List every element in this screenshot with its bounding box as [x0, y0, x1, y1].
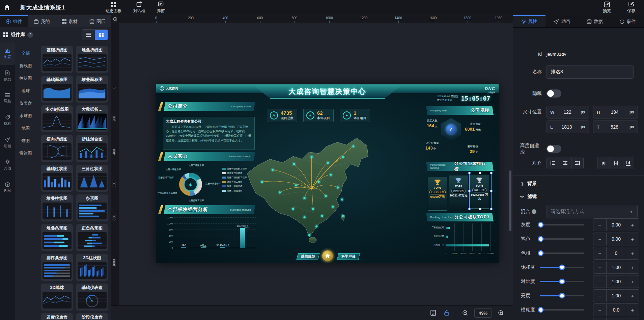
stepper-value[interactable]: 1.00: [606, 290, 626, 302]
slider-track[interactable]: [540, 267, 584, 268]
stepper-value[interactable]: 0.00: [606, 233, 626, 245]
inspector-tab[interactable]: 数据: [579, 15, 611, 27]
component-card[interactable]: 基础仪表盘: [76, 284, 108, 311]
stepper-value[interactable]: 0: [606, 247, 626, 259]
slider-thumb[interactable]: [538, 307, 543, 313]
selection-handle[interactable]: [468, 172, 471, 174]
category-rail-item[interactable]: 图表: [0, 43, 15, 65]
subcategory-item[interactable]: 仪表盘: [15, 97, 36, 110]
selection-handle[interactable]: [490, 190, 493, 192]
subcategory-item[interactable]: 地球: [15, 85, 36, 97]
topbar-tool-button[interactable]: 弹窗: [157, 1, 165, 14]
selection-handle[interactable]: [490, 172, 493, 174]
selection-handle[interactable]: [468, 190, 471, 192]
subcategory-item[interactable]: 饼图: [15, 135, 36, 147]
increment-button[interactable]: +: [626, 318, 639, 320]
left-panel-tab[interactable]: 素材: [56, 15, 84, 27]
zoom-in-icon[interactable]: [497, 309, 505, 317]
zoom-level[interactable]: 49%: [474, 308, 492, 318]
top-ranking-card[interactable]: TOP1 广东省分公司 94000万元: [428, 177, 447, 211]
subcategory-item[interactable]: 柱状图: [15, 72, 36, 85]
increment-button[interactable]: +: [626, 261, 639, 273]
topbar-tool-button[interactable]: 对话框: [133, 1, 145, 14]
component-card[interactable]: 正负条形图: [76, 224, 108, 251]
top-ranking-card[interactable]: TOP2 贵州分公司 10321.47万元: [449, 176, 468, 209]
increment-button[interactable]: +: [626, 304, 639, 316]
component-card[interactable]: 条形图: [76, 194, 108, 221]
slider-track[interactable]: [540, 224, 584, 225]
component-card[interactable]: 基础折线图: [41, 46, 73, 73]
component-card[interactable]: 大数据折…: [76, 105, 108, 132]
decrement-button[interactable]: −: [593, 318, 606, 320]
inspector-tab[interactable]: 动画: [545, 15, 578, 27]
home-button[interactable]: [0, 0, 14, 15]
grid-view-button[interactable]: [95, 30, 108, 40]
component-card[interactable]: 阶段仪表盘: [76, 313, 108, 320]
category-rail-item[interactable]: 导航: [0, 87, 15, 109]
topbar-action-button[interactable]: 预览: [603, 1, 611, 14]
unlock-icon[interactable]: [442, 309, 451, 317]
ruler-origin-icon[interactable]: [111, 15, 119, 23]
decrement-button[interactable]: −: [593, 275, 606, 288]
canvas-scrollbar[interactable]: [509, 170, 511, 231]
blend-mode-select[interactable]: 请选择混合方式 ▼: [547, 205, 638, 218]
category-rail-item[interactable]: 信息: [0, 65, 15, 87]
component-card[interactable]: 堆叠面积图: [76, 76, 108, 103]
align-middle-v-button[interactable]: [610, 157, 622, 169]
align-right-button[interactable]: [571, 157, 583, 169]
increment-button[interactable]: +: [626, 275, 639, 288]
decrement-button[interactable]: −: [593, 261, 606, 273]
left-panel-tab[interactable]: 组件: [0, 15, 28, 27]
decrement-button[interactable]: −: [593, 290, 606, 302]
topbar-tool-button[interactable]: 动态面板: [105, 1, 121, 14]
inspector-tab[interactable]: 属性: [513, 15, 545, 27]
subcategory-item[interactable]: 地图: [15, 122, 36, 135]
blend-info-icon[interactable]: !: [532, 209, 536, 214]
slider-thumb[interactable]: [559, 293, 565, 299]
background-section-header[interactable]: ❯背景: [521, 181, 537, 187]
category-rail-item[interactable]: 其他: [0, 154, 15, 176]
selection-box[interactable]: [469, 173, 492, 209]
selection-handle[interactable]: [490, 208, 493, 210]
component-card[interactable]: 堆叠条形图: [41, 224, 73, 251]
left-panel-tab[interactable]: 我的: [28, 15, 56, 27]
component-card[interactable]: 3D地球: [41, 284, 73, 311]
topbar-action-button[interactable]: 保存: [627, 1, 635, 14]
left-input[interactable]: L1813px: [547, 121, 589, 133]
slider-thumb[interactable]: [559, 265, 565, 270]
component-card[interactable]: 进度仪表盘: [41, 313, 73, 320]
canvas[interactable]: 0200400600800100012001400160018001980 02…: [111, 15, 513, 320]
stepper-value[interactable]: 1.00: [606, 318, 626, 320]
stepper-value[interactable]: 1.00: [606, 275, 626, 288]
slider-thumb[interactable]: [559, 279, 565, 285]
height-input[interactable]: H194px: [593, 106, 638, 118]
component-card[interactable]: 堆叠柱状图: [41, 194, 73, 221]
increment-button[interactable]: +: [626, 233, 639, 245]
increment-button[interactable]: +: [626, 247, 639, 259]
slider-track[interactable]: [540, 309, 584, 311]
slider-track[interactable]: [540, 295, 584, 296]
decrement-button[interactable]: −: [593, 219, 606, 231]
component-card[interactable]: 多x轴折线图: [41, 105, 73, 132]
align-bottom-button[interactable]: [622, 157, 634, 169]
decrement-button[interactable]: −: [593, 247, 606, 259]
selection-handle[interactable]: [479, 208, 481, 210]
stepper-value[interactable]: 1.00: [606, 261, 626, 273]
component-card[interactable]: 排序条形图: [41, 254, 73, 281]
filter-section-header[interactable]: ❯滤镜: [521, 193, 537, 199]
align-top-button[interactable]: [597, 157, 610, 169]
slider-thumb[interactable]: [538, 236, 543, 242]
list-view-button[interactable]: [82, 30, 95, 40]
decrement-button[interactable]: −: [593, 233, 606, 245]
category-rail-item[interactable]: 动画: [0, 132, 15, 154]
align-center-h-button[interactable]: [559, 157, 571, 169]
slider-thumb[interactable]: [538, 250, 543, 256]
component-card[interactable]: 基础面积图: [41, 76, 73, 103]
auto-height-toggle[interactable]: [547, 145, 561, 153]
align-left-button[interactable]: [547, 157, 559, 169]
slider-thumb[interactable]: [538, 222, 543, 228]
dashboard-artboard[interactable]: 大成咨询智慧决策中心 大成咨询 DNC 大成咨询 2025-11-07 星期五 …: [156, 84, 499, 263]
name-input[interactable]: 排名3: [547, 65, 634, 79]
page-list-icon[interactable]: [429, 309, 438, 317]
zoom-out-icon[interactable]: [461, 309, 470, 317]
